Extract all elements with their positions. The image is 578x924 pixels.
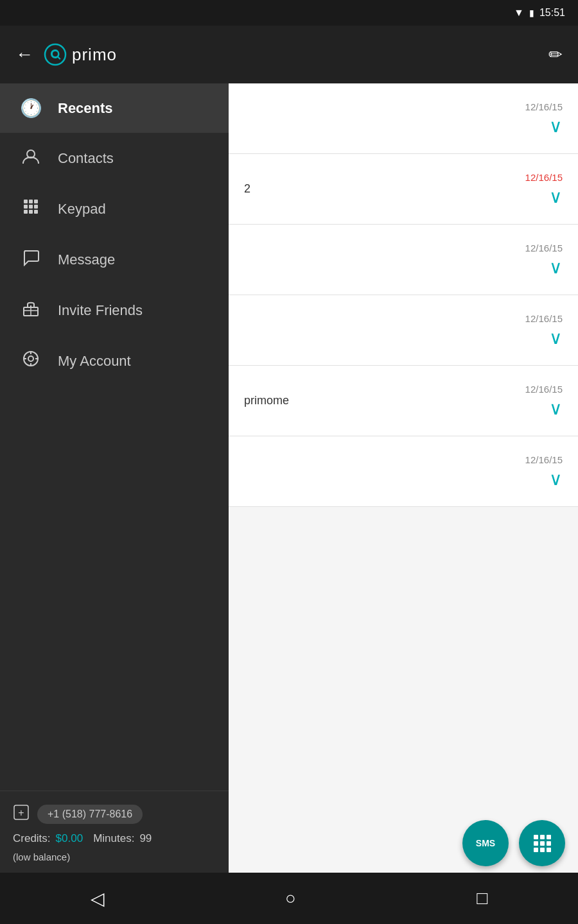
svg-text:+: + bbox=[18, 807, 24, 818]
sidebar-item-my-account[interactable]: My Account bbox=[0, 336, 229, 386]
chevron-down-icon-2[interactable]: ∨ bbox=[549, 188, 563, 206]
invite-friends-label: Invite Friends bbox=[58, 302, 143, 319]
phone-number-row: + +1 (518) 777-8616 bbox=[13, 804, 216, 825]
chevron-down-icon-6[interactable]: ∨ bbox=[549, 470, 563, 488]
svg-rect-4 bbox=[29, 200, 33, 203]
recents-icon: 🕐 bbox=[19, 98, 42, 119]
recent-item-right-3: 12/16/15 ∨ bbox=[498, 243, 563, 277]
my-account-icon bbox=[19, 350, 42, 372]
recent-item-right-4: 12/16/15 ∨ bbox=[498, 313, 563, 347]
svg-rect-8 bbox=[34, 205, 38, 209]
recent-date-3: 12/16/15 bbox=[525, 243, 563, 253]
recent-item-4[interactable]: 12/16/15 ∨ bbox=[229, 295, 578, 366]
svg-rect-7 bbox=[29, 205, 33, 209]
recent-item-name-5: primome bbox=[244, 394, 289, 407]
contacts-icon bbox=[19, 147, 42, 169]
app-header: ← primo ✏ bbox=[0, 26, 578, 83]
svg-rect-5 bbox=[34, 200, 38, 203]
recent-date-5: 12/16/15 bbox=[525, 384, 563, 395]
recent-item-2[interactable]: 2 12/16/15 ∨ bbox=[229, 154, 578, 225]
logo-area: primo bbox=[44, 43, 117, 66]
home-nav-button[interactable]: ○ bbox=[285, 888, 296, 909]
chevron-down-icon-1[interactable]: ∨ bbox=[549, 117, 563, 135]
sidebar-item-contacts[interactable]: Contacts bbox=[0, 133, 229, 184]
credits-amount: $0.00 bbox=[56, 832, 83, 845]
recent-item-name-2: 2 bbox=[244, 182, 250, 195]
sms-fab-icon: SMS bbox=[476, 838, 495, 848]
recents-panel: 12/16/15 ∨ 2 12/16/15 ∨ 12/16/15 bbox=[229, 83, 578, 873]
recents-nav-button[interactable]: □ bbox=[477, 888, 487, 909]
status-icons: ▼ ▮ 15:51 bbox=[514, 7, 565, 19]
minutes-value: 99 bbox=[139, 832, 152, 845]
time-display: 15:51 bbox=[539, 7, 565, 19]
header-left: ← primo bbox=[15, 43, 117, 66]
back-nav-button[interactable]: ◁ bbox=[91, 888, 105, 909]
chevron-down-icon-3[interactable]: ∨ bbox=[549, 259, 563, 277]
sidebar-item-keypad[interactable]: Keypad bbox=[0, 184, 229, 234]
minutes-label: Minutes: bbox=[93, 832, 134, 845]
recent-item-right-2: 12/16/15 ∨ bbox=[498, 172, 563, 206]
low-balance-text: (low balance) bbox=[13, 851, 216, 862]
my-account-label: My Account bbox=[58, 353, 131, 370]
contacts-label: Contacts bbox=[58, 150, 114, 167]
message-label: Message bbox=[58, 252, 115, 268]
sidebar: 🕐 Recents Contacts bbox=[0, 83, 229, 873]
recent-item-right-5: 12/16/15 ∨ bbox=[498, 384, 563, 418]
keypad-fab-button[interactable] bbox=[519, 820, 565, 866]
recent-date-2: 12/16/15 bbox=[525, 172, 563, 183]
phone-add-icon: + bbox=[13, 804, 30, 825]
sidebar-item-recents[interactable]: 🕐 Recents bbox=[0, 83, 229, 133]
sidebar-item-message[interactable]: Message bbox=[0, 234, 229, 285]
recent-item-5[interactable]: primome 12/16/15 ∨ bbox=[229, 366, 578, 436]
bottom-nav-bar: ◁ ○ □ bbox=[0, 873, 578, 924]
recent-date-6: 12/16/15 bbox=[525, 454, 563, 465]
keypad-label: Keypad bbox=[58, 201, 106, 218]
svg-rect-9 bbox=[24, 210, 28, 214]
svg-rect-11 bbox=[34, 210, 38, 214]
svg-rect-3 bbox=[24, 200, 28, 203]
recent-item-left-2: 2 bbox=[244, 182, 498, 196]
recent-item-right-1: 12/16/15 ∨ bbox=[498, 101, 563, 135]
nav-items: 🕐 Recents Contacts bbox=[0, 83, 229, 791]
recent-item-left-5: primome bbox=[244, 394, 498, 407]
recent-item-info-2: 2 bbox=[244, 182, 498, 196]
status-bar: ▼ ▮ 15:51 bbox=[0, 0, 578, 26]
credits-row: Credits: $0.00 Minutes: 99 (low balance) bbox=[13, 832, 216, 862]
svg-point-1 bbox=[53, 51, 58, 56]
svg-point-16 bbox=[28, 356, 33, 361]
recent-date-1: 12/16/15 bbox=[525, 101, 563, 112]
wifi-icon: ▼ bbox=[514, 7, 524, 19]
back-button[interactable]: ← bbox=[15, 44, 33, 65]
phone-number-badge[interactable]: +1 (518) 777-8616 bbox=[37, 805, 143, 824]
sms-fab-button[interactable]: SMS bbox=[462, 820, 509, 866]
logo-text: primo bbox=[72, 45, 117, 65]
recent-item-6[interactable]: 12/16/15 ∨ bbox=[229, 436, 578, 507]
main-content: 🕐 Recents Contacts bbox=[0, 83, 578, 873]
credits-label: Credits: bbox=[13, 832, 51, 845]
recent-item-right-6: 12/16/15 ∨ bbox=[498, 454, 563, 488]
recent-date-4: 12/16/15 bbox=[525, 313, 563, 324]
recent-item-1[interactable]: 12/16/15 ∨ bbox=[229, 83, 578, 154]
keypad-fab-icon bbox=[534, 835, 551, 852]
recent-item-info-5: primome bbox=[244, 394, 498, 407]
fab-area: SMS bbox=[462, 820, 565, 866]
sidebar-item-invite-friends[interactable]: Invite Friends bbox=[0, 285, 229, 336]
svg-rect-6 bbox=[24, 205, 28, 209]
keypad-icon bbox=[19, 198, 42, 220]
sidebar-bottom: + +1 (518) 777-8616 Credits: $0.00 Minut… bbox=[0, 791, 229, 873]
recents-label: Recents bbox=[58, 100, 113, 117]
edit-button[interactable]: ✏ bbox=[548, 45, 563, 65]
message-icon bbox=[19, 248, 42, 271]
recent-item-3[interactable]: 12/16/15 ∨ bbox=[229, 225, 578, 295]
chevron-down-icon-4[interactable]: ∨ bbox=[549, 329, 563, 347]
svg-rect-10 bbox=[29, 210, 33, 214]
logo-icon bbox=[44, 43, 67, 66]
chevron-down-icon-5[interactable]: ∨ bbox=[549, 400, 563, 418]
invite-friends-icon bbox=[19, 299, 42, 321]
battery-icon: ▮ bbox=[529, 8, 534, 18]
